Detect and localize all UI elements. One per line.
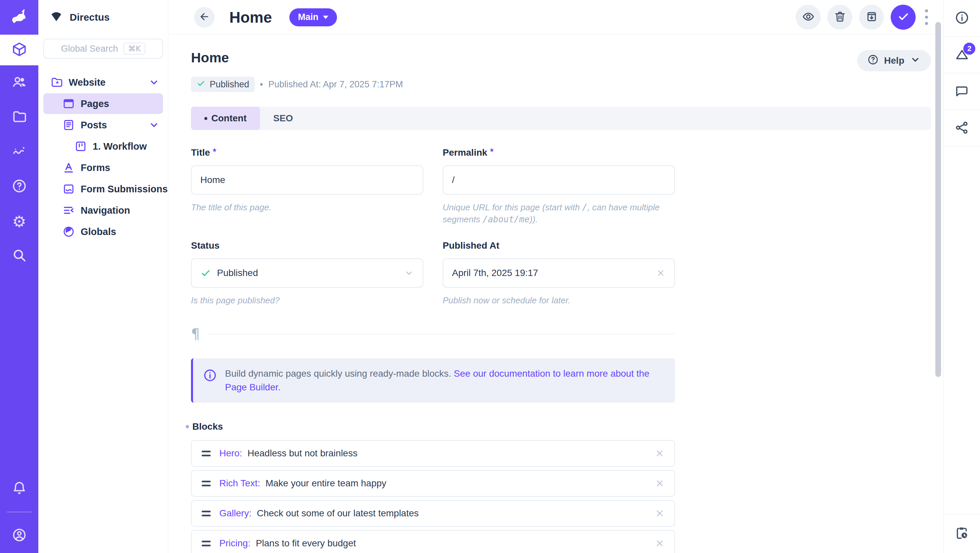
arrow-left-icon <box>199 11 210 24</box>
scrollbar-thumb[interactable] <box>935 22 941 377</box>
search-shortcut-badge: ⌘K <box>123 43 145 55</box>
sidebar-item-website[interactable]: Website <box>43 72 163 93</box>
nav-list: Website Pages Posts <box>38 72 168 242</box>
drag-handle-icon[interactable] <box>201 449 212 458</box>
question-circle-icon <box>867 54 879 68</box>
sidebar-item-label: Posts <box>81 120 143 131</box>
comments-panel-button[interactable] <box>943 73 980 110</box>
title-field: Title★ The title of this page. <box>191 147 423 226</box>
sidebar-item-globals[interactable]: Globals <box>43 221 163 242</box>
kanban-board-icon <box>74 140 87 153</box>
more-options-button[interactable] <box>923 7 930 27</box>
divider-line <box>208 334 675 334</box>
notifications-button[interactable] <box>0 471 38 506</box>
module-help[interactable] <box>0 169 38 204</box>
remove-block-button[interactable] <box>654 448 665 459</box>
published-at-input[interactable]: April 7th, 2025 19:17 <box>443 258 675 288</box>
search-icon <box>12 248 27 264</box>
bell-icon <box>12 480 27 497</box>
user-avatar-button[interactable] <box>0 518 38 553</box>
save-button[interactable] <box>891 5 916 30</box>
required-star: ★ <box>212 147 217 153</box>
block-type: Pricing: <box>220 538 250 549</box>
sidebar-item-label: 1. Workflow <box>93 141 163 152</box>
inbox-icon <box>62 183 75 195</box>
header-title: Home <box>229 8 272 26</box>
globe-icon <box>62 225 75 238</box>
flows-panel-button[interactable] <box>943 514 980 553</box>
status-select[interactable]: Published <box>191 258 423 288</box>
global-search-input[interactable]: Global Search ⌘K <box>43 39 163 59</box>
sidebar-item-posts[interactable]: Posts <box>43 114 163 135</box>
right-rail-spacer <box>943 147 980 514</box>
module-content[interactable] <box>0 35 38 65</box>
block-row-pricing[interactable]: Pricing: Plans to fit every budget <box>191 530 675 553</box>
module-search[interactable] <box>0 239 38 273</box>
sidebar-item-form-submissions[interactable]: Form Submissions <box>43 179 163 199</box>
info-panel-button[interactable] <box>943 0 980 37</box>
trash-icon <box>834 10 846 24</box>
status-select-value: Published <box>217 268 258 278</box>
back-button[interactable] <box>194 7 215 28</box>
share-icon <box>955 120 969 136</box>
sidebar-item-label: Forms <box>81 162 163 173</box>
remove-block-button[interactable] <box>654 508 665 519</box>
clear-icon[interactable] <box>655 268 666 278</box>
tab-seo[interactable]: SEO <box>260 106 306 130</box>
project-name: Directus <box>70 12 110 23</box>
block-title: Check out some of our latest templates <box>257 508 418 519</box>
tab-content[interactable]: Content <box>191 106 260 130</box>
question-circle-icon <box>12 178 27 195</box>
permalink-field-label: Permalink★ <box>443 147 675 158</box>
sidebar-item-pages[interactable]: Pages <box>43 93 163 114</box>
directus-logo[interactable] <box>0 0 38 35</box>
permalink-input-wrap <box>443 165 675 195</box>
preview-button[interactable] <box>795 5 821 30</box>
help-button[interactable]: Help <box>858 50 931 72</box>
chevron-down-icon[interactable] <box>404 268 414 278</box>
permalink-field: Permalink★ Unique URL for this page (sta… <box>443 147 675 226</box>
revisions-panel-button[interactable]: 2 <box>943 37 980 73</box>
check-icon <box>897 10 910 24</box>
module-files[interactable] <box>0 100 38 135</box>
published-at-field-label: Published At <box>443 240 675 251</box>
module-settings[interactable]: ⚙ <box>0 204 38 239</box>
blocks-list: Hero: Headless but not brainless Rich Te… <box>191 440 675 553</box>
version-dropdown[interactable]: Main <box>290 8 337 26</box>
status-badge-label: Published <box>210 79 249 90</box>
shares-panel-button[interactable] <box>943 110 980 147</box>
remove-block-button[interactable] <box>654 478 665 489</box>
tab-label: SEO <box>273 113 293 124</box>
block-row-rich-text[interactable]: Rich Text: Make your entire team happy <box>191 470 675 497</box>
project-row[interactable]: Directus <box>38 0 168 35</box>
title-input[interactable] <box>200 175 414 185</box>
sidebar-item-workflow[interactable]: 1. Workflow <box>43 136 163 157</box>
status-field-label: Status <box>191 240 423 251</box>
folder-icon <box>12 109 27 126</box>
chevron-down-icon[interactable] <box>148 77 160 88</box>
module-users[interactable] <box>0 65 38 100</box>
help-label: Help <box>884 55 904 66</box>
form-grid: Title★ The title of this page. Permalink… <box>191 147 931 306</box>
block-type: Gallery: <box>220 508 251 519</box>
drag-handle-icon[interactable] <box>201 509 212 518</box>
sidebar-item-navigation[interactable]: Navigation <box>43 200 163 221</box>
sidebar-item-forms[interactable]: Forms <box>43 157 163 178</box>
drag-handle-icon[interactable] <box>201 539 212 548</box>
permalink-input[interactable] <box>452 175 666 185</box>
archive-button[interactable] <box>859 5 884 30</box>
remove-block-button[interactable] <box>654 538 665 549</box>
block-row-gallery[interactable]: Gallery: Check out some of our latest te… <box>191 500 675 527</box>
clipboard-clock-icon <box>955 526 969 542</box>
block-row-hero[interactable]: Hero: Headless but not brainless <box>191 440 675 467</box>
title-input-wrap <box>191 165 423 195</box>
page-title: Home <box>191 50 229 66</box>
edited-dot <box>204 117 207 120</box>
sidebar-item-label: Pages <box>81 99 163 109</box>
drag-handle-icon[interactable] <box>201 479 212 488</box>
chevron-down-icon[interactable] <box>148 119 160 131</box>
delete-button[interactable] <box>827 5 852 30</box>
module-insights[interactable] <box>0 135 38 169</box>
header-bar: Home Main <box>168 0 943 35</box>
published-at-meta: Published At: Apr 7, 2025 7:17PM <box>268 79 403 90</box>
